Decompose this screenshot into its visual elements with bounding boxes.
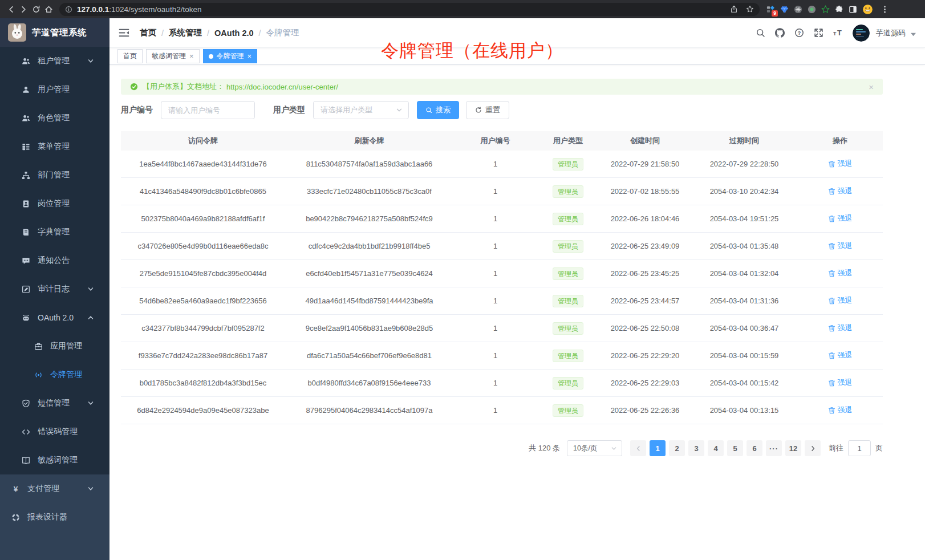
tab-sensitive-word[interactable]: 敏感词管理× (146, 49, 200, 63)
profile-emoji-avatar[interactable] (862, 4, 873, 15)
pager-page-3[interactable]: 3 (688, 440, 704, 456)
sidebar-item-notice[interactable]: 通知公告 (0, 246, 109, 275)
sidebar-item-oauth2-app[interactable]: 应用管理 (0, 332, 109, 360)
sidebar-item-role[interactable]: 角色管理 (0, 104, 109, 132)
action-cell: 强退 (797, 159, 883, 169)
force-logout-button[interactable]: 强退 (828, 186, 853, 196)
search-icon[interactable] (756, 28, 765, 38)
breadcrumb-item[interactable]: 系统管理 (169, 27, 202, 38)
sidebar-item-user[interactable]: 用户管理 (0, 75, 109, 104)
force-logout-button[interactable]: 强退 (828, 268, 853, 278)
browser-menu-icon[interactable] (881, 5, 889, 14)
expire-time-cell: 2054-03-10 20:42:34 (691, 187, 797, 196)
extension-record-icon[interactable] (808, 5, 816, 14)
sidebar-item-audit-log[interactable]: 审计日志 (0, 275, 109, 303)
force-logout-button[interactable]: 强退 (828, 350, 853, 360)
user-type-select[interactable]: 请选择用户类型 (313, 101, 409, 119)
share-icon[interactable] (730, 5, 738, 13)
sidebar-item-label: 租户管理 (38, 56, 70, 66)
trash-icon (828, 297, 835, 305)
pager-more-button[interactable]: ··· (766, 440, 782, 456)
doc-link[interactable]: https://doc.iocoder.cn/user-center/ (226, 83, 338, 91)
browser-reload-button[interactable] (30, 2, 42, 16)
sidebar-item-sensitive-word[interactable]: 敏感词管理 (0, 446, 109, 474)
goto-label: 前往 (829, 443, 843, 453)
user-id-input[interactable] (161, 101, 255, 119)
pager-page-5[interactable]: 5 (727, 440, 743, 456)
reset-button[interactable]: 重置 (466, 101, 509, 119)
alert-close-icon[interactable]: × (869, 82, 874, 92)
github-icon[interactable] (775, 28, 785, 38)
pagination: 共 120 条 10条/页 123456···12 前往 页 (121, 440, 883, 456)
tab-token[interactable]: 令牌管理× (203, 49, 258, 63)
pager-page-12[interactable]: 12 (785, 440, 801, 456)
force-logout-button[interactable]: 强退 (828, 323, 853, 333)
chevron-left-icon (635, 445, 642, 452)
sidebar-item-oauth2-token[interactable]: 令牌管理 (0, 360, 109, 389)
sidebar-item-label: 菜单管理 (38, 141, 70, 152)
close-icon[interactable]: × (248, 52, 252, 60)
bookmark-star-icon[interactable] (746, 5, 754, 13)
sidebar-item-pay[interactable]: ¥支付管理 (0, 474, 109, 503)
search-button[interactable]: 搜索 (417, 101, 459, 119)
close-icon[interactable]: × (189, 52, 194, 60)
breadcrumb-item[interactable]: OAuth 2.0 (214, 29, 253, 38)
pager-page-6[interactable]: 6 (747, 440, 762, 456)
browser-home-button[interactable] (42, 2, 55, 16)
force-logout-button[interactable]: 强退 (828, 213, 853, 224)
split-view-icon[interactable] (849, 5, 857, 14)
font-size-icon[interactable]: TT (833, 28, 843, 38)
user-avatar[interactable] (853, 25, 870, 42)
sidebar-item-sms[interactable]: 短信管理 (0, 389, 109, 417)
extensions-puzzle-icon[interactable] (835, 5, 843, 14)
browser-toolbar: 127.0.0.1:1024/system/oauth2/token 9 (0, 0, 925, 18)
pager-page-1[interactable]: 1 (650, 440, 666, 456)
breadcrumb-item[interactable]: 首页 (140, 27, 156, 38)
browser-back-button[interactable] (5, 2, 17, 16)
force-logout-button[interactable]: 强退 (828, 295, 853, 306)
help-icon[interactable]: ? (794, 28, 804, 38)
page-info-icon[interactable] (65, 6, 72, 13)
force-logout-button[interactable]: 强退 (828, 241, 853, 251)
force-logout-button[interactable]: 强退 (828, 159, 853, 169)
chevron-up-icon (87, 314, 94, 321)
sidebar-item-report-designer[interactable]: 报表设计器 (0, 503, 109, 531)
sidebar-item-dept[interactable]: 部门管理 (0, 161, 109, 189)
url-text[interactable]: 127.0.0.1:1024/system/oauth2/token (77, 5, 722, 14)
fullscreen-icon[interactable] (814, 28, 823, 38)
expire-time-cell: 2054-03-04 00:15:59 (691, 351, 797, 360)
force-logout-button[interactable]: 强退 (828, 378, 853, 388)
user-id-cell: 1 (453, 214, 537, 223)
column-header: 用户类型 (537, 136, 599, 146)
tab-home[interactable]: 首页 (117, 49, 143, 63)
extension-gem-icon[interactable] (780, 5, 789, 14)
sidebar-item-menu[interactable]: 菜单管理 (0, 132, 109, 161)
browser-forward-button[interactable] (17, 2, 30, 16)
user-id-cell: 1 (453, 406, 537, 415)
action-cell: 强退 (797, 268, 883, 279)
user-type-cell: 管理员 (537, 240, 599, 253)
sidebar-item-oauth2[interactable]: OAuth 2.0 (0, 303, 109, 332)
pager-next-button[interactable] (805, 440, 821, 456)
table-row: c347026e805e4d99b0d116eae66eda8ccdfc4ce9… (121, 233, 883, 260)
refresh-token-cell: dfa6c71a50a54c66bef706ef9e6e8d81 (285, 351, 453, 360)
force-logout-button[interactable]: 强退 (828, 405, 853, 415)
pager-page-4[interactable]: 4 (708, 440, 724, 456)
extension-star-icon[interactable] (821, 5, 830, 14)
sidebar-item-post[interactable]: 岗位管理 (0, 189, 109, 218)
sidebar-item-dict[interactable]: 字典管理 (0, 218, 109, 246)
page-size-select[interactable]: 10条/页 (567, 440, 622, 456)
pager-prev-button[interactable] (630, 440, 646, 456)
sidebar-item-tenant[interactable]: 租户管理 (0, 47, 109, 75)
extension-wheel-icon[interactable] (794, 5, 802, 14)
extension-tabs-icon[interactable]: 9 (766, 5, 775, 14)
action-cell: 强退 (797, 295, 883, 306)
goto-page-input[interactable] (848, 440, 871, 456)
pager-page-2[interactable]: 2 (669, 440, 685, 456)
address-bar[interactable]: 127.0.0.1:1024/system/oauth2/token (59, 3, 760, 16)
sidebar-item-error-code[interactable]: 错误码管理 (0, 417, 109, 446)
user-type-cell: 管理员 (537, 185, 599, 198)
tab-label: 敏感词管理 (152, 51, 186, 61)
sidebar-toggle-icon[interactable] (119, 27, 129, 38)
chevron-down-icon[interactable] (911, 32, 916, 37)
